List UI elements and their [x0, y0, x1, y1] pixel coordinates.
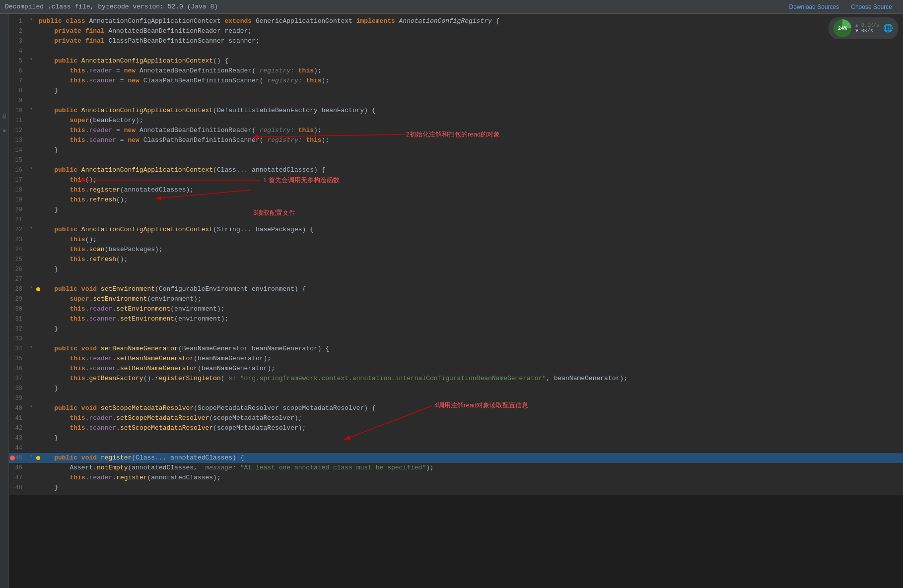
- token: String: [217, 226, 240, 233]
- token: }: [54, 206, 58, 213]
- token: this: [69, 127, 85, 134]
- token: (: [260, 77, 264, 84]
- download-sources-button[interactable]: Download Sources: [783, 0, 845, 14]
- table-row: 2 private final AnnotatedBeanDefinitionR…: [9, 26, 903, 36]
- token: (scopeMetadataResolver);: [213, 424, 306, 432]
- token: public: [54, 285, 81, 293]
- token: Class: [136, 454, 155, 461]
- collapse-arrow[interactable]: ▾: [30, 106, 33, 112]
- token: super: [69, 117, 89, 124]
- table-row: 25 this.refresh();: [9, 255, 903, 264]
- token: scopeMetadataResolver) {: [279, 404, 376, 412]
- token: ... basePackages) {: [240, 226, 314, 233]
- token: this: [306, 77, 321, 84]
- line-number: 42: [9, 423, 26, 433]
- choose-source-button[interactable]: Choose Source: [845, 0, 898, 14]
- code-content: this.scanner.setScopeMetadataResolver(sc…: [36, 423, 901, 433]
- line-number: 31: [9, 314, 26, 324]
- token: new: [124, 67, 139, 74]
- token: setEnvironment: [120, 315, 174, 323]
- table-row: 44: [9, 443, 903, 453]
- token: (beanNameGenerator);: [198, 365, 275, 372]
- token: reader: [89, 67, 112, 74]
- table-row: 46 Assert.notEmpty(annotatedClasses, mes…: [9, 463, 903, 473]
- code-content: }: [36, 433, 901, 443]
- token: scanner: [89, 315, 116, 323]
- token: void: [81, 454, 101, 461]
- token: this: [69, 305, 85, 313]
- token: scanner: [89, 136, 116, 144]
- code-content: this.scanner.setEnvironment(environment)…: [36, 314, 901, 324]
- table-row: 45▾ public void register(Class... annota…: [9, 453, 903, 463]
- token: .: [112, 305, 116, 313]
- collapse-arrow[interactable]: ▾: [30, 165, 33, 171]
- code-area[interactable]: 1▾public class AnnotationConfigApplicati…: [9, 14, 903, 495]
- token: AnnotationConfigRegistry: [399, 17, 496, 25]
- debug-icon[interactable]: ●: [2, 128, 6, 134]
- token: (annotatedClasses);: [120, 186, 194, 194]
- token: ScopeMetadataResolver: [198, 404, 279, 412]
- token: registry:: [256, 127, 298, 134]
- collapse-arrow[interactable]: ▾: [30, 16, 33, 22]
- table-row: 10▾ public AnnotationConfigApplicationCo…: [9, 106, 903, 116]
- token: setEnvironment: [93, 295, 147, 303]
- code-content: this.getBeanFactory().registerSingleton(…: [36, 374, 901, 384]
- table-row: 43 }: [9, 433, 903, 443]
- left-sidebar: @ ●: [0, 14, 9, 588]
- code-content: this.register(annotatedClasses);: [36, 185, 901, 195]
- table-row: 26 }: [9, 264, 903, 274]
- token: );: [322, 77, 330, 84]
- code-content: }: [36, 264, 901, 274]
- table-row: 20 }: [9, 205, 903, 215]
- line-number: 29: [9, 294, 26, 304]
- token: "At least one annotated class must be sp…: [240, 464, 426, 471]
- code-content: public void setScopeMetadataResolver(Sco…: [36, 403, 901, 413]
- table-row: 39: [9, 393, 903, 403]
- code-content: super(beanFactory);: [36, 116, 901, 126]
- network-icon: 🌐: [883, 23, 893, 33]
- code-content: }: [36, 205, 901, 215]
- token: public: [54, 454, 81, 461]
- token: );: [314, 127, 322, 134]
- line-number: 16: [9, 165, 26, 175]
- table-row: 13 this.scanner = new ClassPathBeanDefin…: [9, 135, 903, 145]
- line-number: 12: [9, 126, 26, 135]
- collapse-arrow[interactable]: ▾: [30, 344, 33, 350]
- token: ();: [85, 236, 97, 243]
- table-row: 24 this.scan(basePackages);: [9, 245, 903, 255]
- top-bar: Decompiled .class file, bytecode version…: [0, 0, 903, 14]
- table-row: 40▾ public void setScopeMetadataResolver…: [9, 403, 903, 413]
- collapse-arrow[interactable]: ▾: [30, 453, 33, 459]
- collapse-arrow[interactable]: ▾: [30, 56, 33, 62]
- token: s:: [225, 375, 240, 382]
- token: setScopeMetadataResolver: [120, 424, 213, 432]
- line-number: 46: [9, 463, 26, 473]
- table-row: 41 this.reader.setScopeMetadataResolver(…: [9, 413, 903, 423]
- token: beanFactory) {: [318, 107, 376, 114]
- token: (: [213, 166, 217, 174]
- token: =: [116, 136, 128, 144]
- line-number: 24: [9, 245, 26, 255]
- token: (: [155, 285, 159, 293]
- token: this: [69, 246, 85, 253]
- collapse-arrow[interactable]: ▾: [30, 403, 33, 409]
- token: super: [69, 295, 89, 303]
- token: ... annotatedClasses) {: [236, 166, 325, 174]
- token: getBeanFactory: [89, 375, 143, 382]
- bookmark-icon[interactable]: @: [2, 113, 6, 120]
- collapse-arrow[interactable]: ▾: [30, 225, 33, 231]
- line-number: 27: [9, 274, 26, 284]
- token: .: [116, 315, 120, 323]
- line-number: 20: [9, 205, 26, 215]
- code-content: this.scan(basePackages);: [36, 245, 901, 255]
- token: =: [116, 77, 128, 84]
- token: , beanNameGenerator);: [546, 375, 627, 382]
- code-content: public AnnotationConfigApplicationContex…: [36, 225, 901, 235]
- token: registry:: [264, 136, 306, 144]
- code-content: this.reader = new AnnotatedBeanDefinitio…: [36, 66, 901, 76]
- line-number: 48: [9, 483, 26, 493]
- collapse-arrow[interactable]: ▾: [30, 284, 33, 290]
- table-row: 23 this();: [9, 235, 903, 245]
- table-row: 1▾public class AnnotationConfigApplicati…: [9, 16, 903, 26]
- token: }: [54, 265, 58, 273]
